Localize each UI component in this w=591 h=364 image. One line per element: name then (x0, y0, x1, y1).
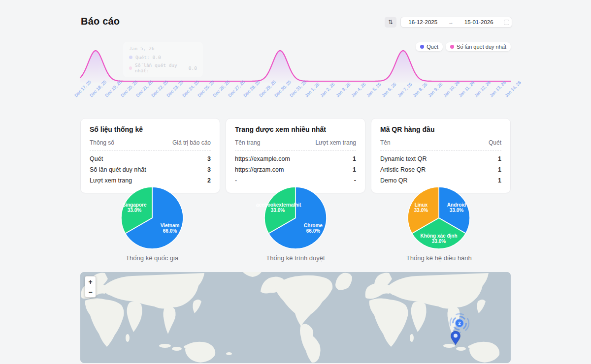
world-map: 2 (80, 272, 511, 363)
x-axis-tick-label: Jan 11, 26 (458, 80, 476, 98)
table-row: https://qrzam.com 1 (235, 164, 356, 175)
row-label: https://qrzam.com (235, 166, 284, 173)
column-header: Quét (489, 139, 501, 146)
table-row: Demo QR 1 (380, 175, 501, 186)
table-header: Thông số Giá trị báo cáo (90, 139, 211, 151)
os-pie-figure: Android33.0%Không xác định33.0%Linux33.0… (367, 185, 511, 262)
x-axis-tick-label: Jan 8, 26 (412, 82, 428, 98)
table-row: Số lần quét duy nhất 3 (90, 164, 211, 175)
tooltip-label: Số lần quét duy nhất: (135, 62, 186, 73)
column-header: Giá trị báo cáo (172, 139, 211, 146)
row-value: 1 (498, 155, 501, 162)
legend-item-scans[interactable]: Quét (416, 42, 443, 51)
column-header: Tên (380, 139, 391, 146)
tooltip-date: Jan 5, 26 (129, 46, 197, 51)
row-label: Số lần quét duy nhất (90, 166, 146, 173)
pie-slice-label: Vietnam66.0% (160, 223, 179, 234)
tooltip-value: 0.0 (153, 55, 161, 60)
table-header: Tên trang Lượt xem trang (235, 139, 356, 151)
os-pie-chart: Android33.0%Không xác định33.0%Linux33.0… (399, 185, 478, 250)
date-controls: ⇅ 16-12-2025 → 15-01-2026 (385, 17, 512, 28)
table-row: Lượt xem trang 2 (90, 175, 211, 186)
row-label: - (235, 177, 237, 184)
x-axis-tick-label: Jan 12, 26 (473, 80, 492, 98)
column-header: Lượt xem trang (315, 139, 356, 146)
chart-tooltip: Jan 5, 26 Quét: 0.0 Số lần quét duy nhất… (123, 42, 203, 77)
pie-caption: Thống kê trình duyệt (266, 254, 325, 262)
row-value: 3 (207, 166, 211, 173)
tooltip-row: Số lần quét duy nhất: 0.0 (129, 62, 197, 73)
browser-pie-figure: Chrome66.0%facebookexternalhit33.0% Thốn… (224, 185, 367, 262)
table-header: Tên Quét (380, 139, 501, 151)
arrow-right-icon: → (445, 19, 457, 25)
x-axis-tick-label: Jan 10, 26 (442, 80, 461, 98)
pie-slice-label: Android33.0% (447, 202, 466, 213)
country-pie-figure: Vietnam66.0%Singapore33.0% Thống kê quốc… (80, 185, 224, 262)
top-pages-card: Trang được xem nhiều nhất Tên trang Lượt… (226, 118, 365, 193)
table-row: Artistic Rose QR 1 (380, 164, 501, 175)
legend-dot-pink (450, 45, 454, 49)
top-qr-card: Mã QR hàng đầu Tên Quét Dynamic text QR … (371, 118, 511, 193)
pie-caption: Thống kê hệ điều hành (406, 254, 472, 262)
row-value: 1 (498, 166, 501, 173)
end-date-value[interactable]: 15-01-2026 (457, 19, 501, 25)
cluster-count: 2 (458, 321, 460, 326)
browser-pie-chart: Chrome66.0%facebookexternalhit33.0% (256, 185, 335, 250)
zoom-out-button[interactable]: − (85, 287, 96, 297)
stats-card: Số liệu thống kê Thông số Giá trị báo cá… (80, 118, 220, 193)
table-row: https://example.com 1 (235, 153, 356, 164)
table-row: - - (235, 175, 356, 186)
row-value: 2 (207, 177, 211, 184)
tooltip-label: Quét: (135, 55, 150, 60)
x-axis-tick-label: Jan 3, 26 (335, 82, 352, 98)
chart-legend: Quét Số lần quét duy nhất (416, 42, 511, 51)
row-value: 3 (207, 155, 211, 162)
scan-locations-map[interactable]: 2 + − (80, 272, 511, 363)
summary-cards: Số liệu thống kê Thông số Giá trị báo cá… (80, 118, 511, 193)
card-title: Mã QR hàng đầu (380, 125, 501, 133)
scan-trend-chart: Quét Số lần quét duy nhất Jan 5, 26 Quét… (80, 42, 511, 103)
x-axis-tick-label: Jan 13, 26 (489, 80, 507, 98)
x-axis-tick-label: Jan 14, 26 (504, 80, 523, 98)
legend-label: Quét (427, 44, 438, 50)
tooltip-dot-pink (129, 66, 132, 70)
row-value: - (354, 177, 356, 184)
x-axis-labels: Dec 17, 25Dec 18, 25Dec 19, 25Dec 20, 25… (80, 83, 511, 103)
tooltip-value: 0.0 (189, 65, 197, 71)
row-label: Dynamic text QR (380, 155, 427, 162)
pie-slice-label: Chrome66.0% (304, 223, 323, 234)
tooltip-dot-blue (129, 56, 132, 59)
page-title: Báo cáo (81, 16, 120, 27)
x-axis-tick-label: Jan 2, 26 (320, 82, 336, 98)
map-zoom-control: + − (85, 276, 96, 298)
row-label: Artistic Rose QR (380, 166, 426, 173)
row-value: 1 (353, 155, 356, 162)
legend-item-unique-scans[interactable]: Số lần quét duy nhất (446, 42, 511, 51)
row-value: 1 (498, 177, 501, 184)
x-axis-tick-label: Jan 4, 26 (350, 82, 367, 98)
start-date-value[interactable]: 16-12-2025 (401, 19, 445, 25)
legend-dot-blue (420, 45, 424, 49)
column-header: Thông số (90, 139, 114, 146)
card-title: Số liệu thống kê (90, 125, 211, 133)
table-row: Dynamic text QR 1 (380, 153, 501, 164)
card-title: Trang được xem nhiều nhất (235, 125, 356, 133)
country-pie-chart: Vietnam66.0%Singapore33.0% (113, 185, 192, 250)
row-value: 1 (353, 166, 356, 173)
zoom-in-button[interactable]: + (85, 276, 96, 287)
pie-caption: Thống kê quốc gia (126, 254, 178, 262)
x-axis-tick-label: Jan 9, 26 (427, 82, 444, 98)
column-header: Tên trang (235, 139, 260, 146)
row-label: Quét (90, 155, 103, 162)
x-axis-tick-label: Jan 7, 26 (396, 82, 413, 98)
pie-charts-row: Vietnam66.0%Singapore33.0% Thống kê quốc… (80, 185, 511, 262)
swap-dates-button[interactable]: ⇅ (385, 17, 396, 28)
table-row: Quét 3 (90, 153, 211, 164)
legend-label: Số lần quét duy nhất (457, 44, 506, 50)
row-label: https://example.com (235, 155, 290, 162)
row-label: Demo QR (380, 177, 408, 184)
calendar-icon[interactable] (504, 20, 509, 25)
date-range-picker[interactable]: 16-12-2025 → 15-01-2026 (400, 17, 512, 28)
x-axis-tick-label: Jan 6, 26 (381, 82, 398, 98)
report-dashboard: Báo cáo ⇅ 16-12-2025 → 15-01-2026 Quét S… (0, 0, 591, 364)
